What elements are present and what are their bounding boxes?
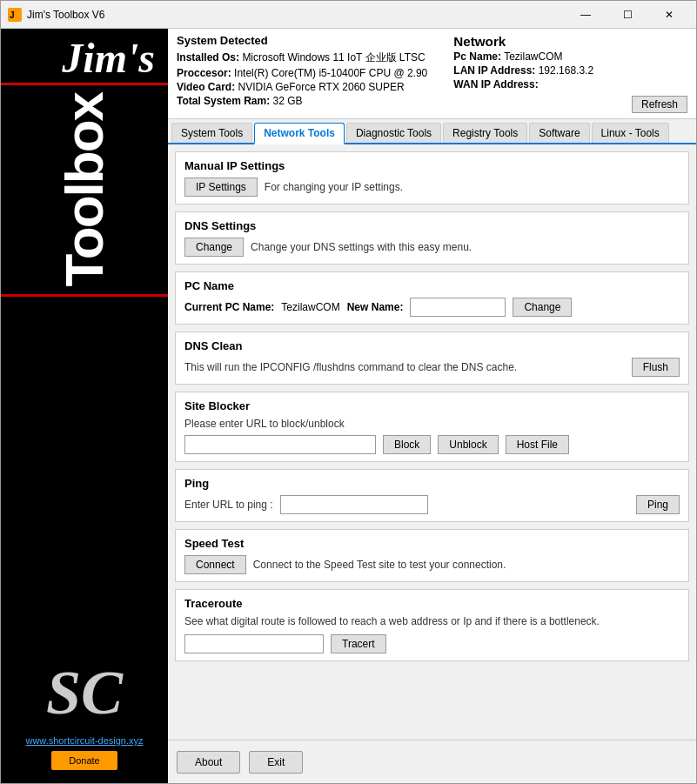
connect-button[interactable]: Connect: [184, 555, 246, 574]
traceroute-section: Traceroute See what digital route is fol…: [175, 589, 689, 661]
speed-test-section: Speed Test Connect Connect to the Speed …: [175, 529, 689, 582]
system-info-col: System Detected Installed Os: Microsoft …: [177, 34, 427, 113]
system-detected-heading: System Detected: [177, 34, 427, 47]
network-info-col: Network Pc Name: TezilawCOM LAN IP Addre…: [453, 34, 687, 113]
pc-name-section: PC Name Current PC Name: TezilawCOM New …: [175, 271, 689, 325]
ping-section: Ping Enter URL to ping : Ping: [175, 469, 689, 522]
ram-row: Total System Ram: 32 GB: [177, 95, 427, 107]
dns-settings-desc: Change your DNS settings with this easy …: [251, 241, 472, 253]
window-title: Jim's Toolbox V6: [27, 9, 566, 21]
ping-url-input[interactable]: [280, 495, 428, 514]
tab-software[interactable]: Software: [529, 123, 589, 143]
installed-os-value: Microsoft Windows 11 IoT 企业版 LTSC: [242, 51, 425, 64]
video-card-row: Video Card: NVIDIA GeForce RTX 2060 SUPE…: [177, 81, 427, 93]
dns-change-button[interactable]: Change: [184, 238, 244, 257]
current-pc-name-label: Current PC Name:: [184, 301, 274, 313]
title-bar: J Jim's Toolbox V6 — ☐ ✕: [1, 1, 696, 29]
tab-diagnostic-tools[interactable]: Diagnostic Tools: [346, 123, 441, 143]
site-blocker-desc: Please enter URL to block/unblock: [184, 418, 680, 430]
unblock-button[interactable]: Unblock: [438, 435, 498, 454]
lan-row: LAN IP Address: 192.168.3.2: [453, 64, 687, 77]
close-button[interactable]: ✕: [649, 2, 689, 28]
tab-network-tools[interactable]: Network Tools: [254, 123, 345, 144]
current-pc-name-value: TezilawCOM: [281, 301, 339, 313]
installed-os-row: Installed Os: Microsoft Windows 11 IoT 企…: [177, 50, 427, 65]
system-info-bar: System Detected Installed Os: Microsoft …: [168, 29, 696, 119]
pc-name-change-button[interactable]: Change: [513, 298, 572, 317]
wan-row: WAN IP Address:: [453, 78, 687, 90]
refresh-button[interactable]: Refresh: [632, 96, 687, 113]
tab-linux-tools[interactable]: Linux - Tools: [592, 123, 669, 143]
new-pc-name-input[interactable]: [410, 298, 506, 317]
pc-name-value: TezilawCOM: [504, 50, 562, 63]
manual-ip-desc: For changing your IP settings.: [265, 181, 403, 193]
dns-settings-row: Change Change your DNS settings with thi…: [184, 238, 680, 257]
sidebar-red-line-top: [1, 83, 168, 85]
ping-desc: Enter URL to ping :: [184, 499, 273, 511]
traceroute-desc: See what digital route is followed to re…: [184, 615, 680, 627]
sc-logo: SC: [28, 653, 141, 732]
block-button[interactable]: Block: [383, 435, 431, 454]
ram-value: 32 GB: [272, 95, 302, 107]
pc-name-section-title: PC Name: [184, 279, 680, 292]
site-blocker-url-input[interactable]: [184, 435, 376, 454]
installed-os-label: Installed Os:: [177, 51, 239, 64]
ram-label: Total System Ram:: [177, 95, 270, 107]
speed-test-title: Speed Test: [184, 537, 680, 550]
manual-ip-row: IP Settings For changing your IP setting…: [184, 178, 680, 197]
lan-label: LAN IP Address:: [453, 64, 535, 77]
maximize-button[interactable]: ☐: [607, 2, 647, 28]
ping-button[interactable]: Ping: [636, 495, 680, 514]
ip-settings-button[interactable]: IP Settings: [184, 178, 258, 197]
site-blocker-row: Block Unblock Host File: [184, 435, 680, 454]
lan-value: 192.168.3.2: [539, 64, 593, 77]
tabs-bar: System Tools Network Tools Diagnostic To…: [168, 119, 696, 144]
manual-ip-section: Manual IP Settings IP Settings For chang…: [175, 151, 689, 204]
tab-system-tools[interactable]: System Tools: [171, 123, 252, 143]
pc-name-section-row: Current PC Name: TezilawCOM New Name: Ch…: [184, 298, 680, 317]
donate-button[interactable]: Donate: [51, 751, 117, 770]
new-name-label: New Name:: [347, 301, 404, 313]
site-blocker-section: Site Blocker Please enter URL to block/u…: [175, 392, 689, 462]
sidebar-jims-text: Jim's: [62, 37, 168, 79]
flush-button[interactable]: Flush: [632, 358, 680, 377]
dns-clean-desc: This will run the IPCONFIG /flushdns com…: [184, 361, 517, 373]
about-button[interactable]: About: [177, 751, 240, 774]
ping-title: Ping: [184, 477, 680, 490]
minimize-button[interactable]: —: [566, 2, 606, 28]
sc-logo-text: SC: [46, 661, 123, 724]
manual-ip-title: Manual IP Settings: [184, 159, 680, 172]
website-link[interactable]: www.shortcircuit-design.xyz: [25, 735, 143, 746]
exit-button[interactable]: Exit: [249, 751, 303, 774]
tracert-button[interactable]: Tracert: [331, 634, 386, 653]
pc-name-label: Pc Name:: [453, 50, 501, 63]
app-icon: J: [8, 8, 22, 22]
sidebar-toolbox-text: Toolbox: [57, 89, 111, 291]
main-content: Jim's Toolbox SC www.shortcircuit-design…: [1, 29, 696, 783]
tracert-url-input[interactable]: [184, 634, 324, 653]
video-card-label: Video Card:: [177, 81, 235, 93]
tab-registry-tools[interactable]: Registry Tools: [443, 123, 527, 143]
dns-clean-section: DNS Clean This will run the IPCONFIG /fl…: [175, 332, 689, 385]
dns-settings-section: DNS Settings Change Change your DNS sett…: [175, 211, 689, 265]
title-bar-controls: — ☐ ✕: [566, 2, 689, 28]
wan-label: WAN IP Address:: [453, 78, 538, 90]
dns-settings-title: DNS Settings: [184, 219, 680, 232]
sidebar-logo-area: SC www.shortcircuit-design.xyz Donate: [1, 300, 168, 774]
speed-test-desc: Connect to the Speed Test site to test y…: [253, 559, 506, 571]
processor-label: Proccesor:: [177, 67, 231, 79]
sidebar-red-line-bottom: [1, 294, 168, 297]
processor-value: Intel(R) Core(TM) i5-10400F CPU @ 2.90: [234, 67, 427, 79]
dns-clean-title: DNS Clean: [184, 339, 680, 352]
tab-content: Manual IP Settings IP Settings For chang…: [168, 144, 696, 740]
speed-test-row: Connect Connect to the Speed Test site t…: [184, 555, 680, 574]
footer: About Exit: [168, 740, 696, 783]
network-heading: Network: [453, 34, 687, 49]
processor-row: Proccesor: Intel(R) Core(TM) i5-10400F C…: [177, 67, 427, 79]
ping-row: Enter URL to ping : Ping: [184, 495, 680, 514]
pc-name-row: Pc Name: TezilawCOM: [453, 50, 687, 63]
host-file-button[interactable]: Host File: [506, 435, 569, 454]
traceroute-row: Tracert: [184, 634, 680, 653]
site-blocker-title: Site Blocker: [184, 399, 680, 412]
svg-text:J: J: [10, 10, 15, 20]
